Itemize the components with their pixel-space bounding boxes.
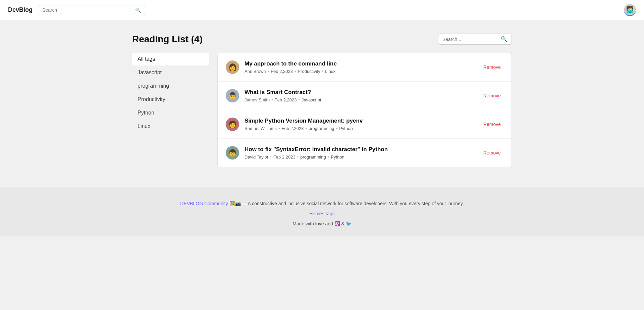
sidebar: All tagsJavascriptprogrammingProductivit… bbox=[132, 53, 209, 133]
article-meta: David Taylor•Feb 2,2023•programming•Pyth… bbox=[245, 154, 481, 160]
articles-list: 👩My approach to the command lineAnn Brow… bbox=[217, 53, 512, 167]
article-item: 👨What is Smart Contract?James Smith•Feb … bbox=[218, 82, 512, 110]
article-date: Feb 2,2023 bbox=[275, 97, 297, 102]
sidebar-item-javascript[interactable]: Javascript bbox=[132, 66, 209, 79]
article-date: Feb 2,2023 bbox=[282, 126, 304, 131]
article-meta: James Smith•Feb 2,2023•Javascript bbox=[245, 97, 481, 102]
article-avatar: 🧑 bbox=[226, 118, 239, 131]
header-search-wrapper: 🔍 bbox=[38, 5, 145, 15]
footer-community-link[interactable]: DEVBLOG Community bbox=[180, 201, 228, 206]
article-tag[interactable]: programming bbox=[300, 154, 326, 160]
react-icon: ⚛️ bbox=[334, 221, 341, 226]
article-item: 👦How to fix "SyntaxError: invalid charac… bbox=[218, 139, 512, 167]
remove-button[interactable]: Remove bbox=[481, 63, 503, 71]
dot-separator: • bbox=[268, 69, 269, 74]
page-search-wrapper: 🔍 bbox=[438, 34, 512, 45]
footer-community-description: — A constructive and inclusive social ne… bbox=[242, 201, 464, 206]
article-title[interactable]: Simple Python Version Management: pyenv bbox=[245, 118, 481, 124]
article-meta: Ann Brown•Feb 2,2023•Productivity•Linux bbox=[245, 69, 481, 74]
sidebar-item-productivity[interactable]: Productivity bbox=[132, 93, 209, 106]
article-author: James Smith bbox=[245, 97, 270, 102]
sidebar-item-all-tags[interactable]: All tags bbox=[132, 53, 209, 65]
footer-links: Home• Tags bbox=[8, 211, 636, 216]
dot-separator: • bbox=[278, 126, 280, 131]
content-layout: All tagsJavascriptprogrammingProductivit… bbox=[132, 53, 512, 167]
article-info: My approach to the command lineAnn Brown… bbox=[245, 60, 481, 74]
footer-home-link[interactable]: Home bbox=[309, 211, 322, 216]
dot-separator: • bbox=[328, 154, 329, 160]
dot-separator: • bbox=[294, 69, 296, 74]
article-title[interactable]: How to fix "SyntaxError: invalid charact… bbox=[245, 146, 481, 153]
dot-separator: • bbox=[322, 69, 324, 74]
article-info: Simple Python Version Management: pyenvS… bbox=[245, 118, 481, 131]
article-item: 👩My approach to the command lineAnn Brow… bbox=[218, 53, 512, 82]
article-tag[interactable]: Productivity bbox=[298, 69, 320, 74]
page-search-input[interactable] bbox=[442, 37, 499, 42]
article-tag[interactable]: Python bbox=[331, 154, 344, 160]
article-title[interactable]: What is Smart Contract? bbox=[245, 89, 481, 96]
article-date: Feb 2,2023 bbox=[273, 154, 296, 160]
remove-button[interactable]: Remove bbox=[481, 92, 503, 100]
article-meta: Samuel Williams•Feb 2,2023•programming•P… bbox=[245, 126, 481, 131]
sidebar-item-python[interactable]: Python bbox=[132, 106, 209, 119]
phoenix-icon: 🐦 bbox=[346, 221, 352, 226]
dot-separator: • bbox=[297, 154, 299, 160]
article-author: David Taylor bbox=[245, 154, 268, 160]
footer: DEVBLOG Community 🖼️📷 — A constructive a… bbox=[0, 187, 644, 236]
avatar[interactable]: 🧑‍💻 bbox=[624, 4, 636, 16]
article-item: 🧑Simple Python Version Management: pyenv… bbox=[218, 110, 512, 139]
dot-separator: • bbox=[298, 97, 300, 102]
article-tag[interactable]: Javascript bbox=[302, 97, 321, 102]
header: DevBlog 🔍 🧑‍💻 bbox=[0, 0, 644, 20]
article-tag[interactable]: programming bbox=[309, 126, 334, 131]
header-search-icon: 🔍 bbox=[135, 7, 141, 13]
article-avatar: 👦 bbox=[226, 146, 239, 160]
page-search-icon: 🔍 bbox=[501, 36, 507, 42]
article-author: Ann Brown bbox=[245, 69, 266, 74]
dot-separator: • bbox=[270, 154, 272, 160]
remove-button[interactable]: Remove bbox=[481, 149, 503, 157]
footer-made-with: Made with love and ⚛️ & 🐦 bbox=[8, 221, 636, 226]
remove-button[interactable]: Remove bbox=[481, 120, 503, 128]
page-title: Reading List (4) bbox=[132, 34, 203, 45]
site-logo[interactable]: DevBlog bbox=[8, 6, 33, 13]
article-tag[interactable]: Linux bbox=[325, 69, 335, 74]
article-avatar: 👩 bbox=[226, 60, 239, 74]
footer-community: DEVBLOG Community 🖼️📷 — A constructive a… bbox=[8, 201, 636, 206]
dot-separator: • bbox=[336, 126, 338, 131]
page-header: Reading List (4) 🔍 bbox=[132, 34, 512, 45]
article-author: Samuel Williams bbox=[245, 126, 277, 131]
article-title[interactable]: My approach to the command line bbox=[245, 60, 481, 67]
sidebar-item-programming[interactable]: programming bbox=[132, 80, 209, 92]
article-avatar: 👨 bbox=[226, 89, 239, 102]
article-info: What is Smart Contract?James Smith•Feb 2… bbox=[245, 89, 481, 102]
header-search-input[interactable] bbox=[42, 7, 132, 13]
article-date: Feb 2,2023 bbox=[271, 69, 293, 74]
article-info: How to fix "SyntaxError: invalid charact… bbox=[245, 146, 481, 160]
sidebar-item-linux[interactable]: Linux bbox=[132, 120, 209, 133]
dot-separator: • bbox=[271, 97, 273, 102]
dot-separator: • bbox=[305, 126, 307, 131]
main-content: Reading List (4) 🔍 All tagsJavascriptpro… bbox=[124, 20, 520, 167]
article-tag[interactable]: Python bbox=[339, 126, 353, 131]
footer-tags-link[interactable]: Tags bbox=[325, 211, 335, 216]
avatar-image: 🧑‍💻 bbox=[626, 6, 634, 13]
